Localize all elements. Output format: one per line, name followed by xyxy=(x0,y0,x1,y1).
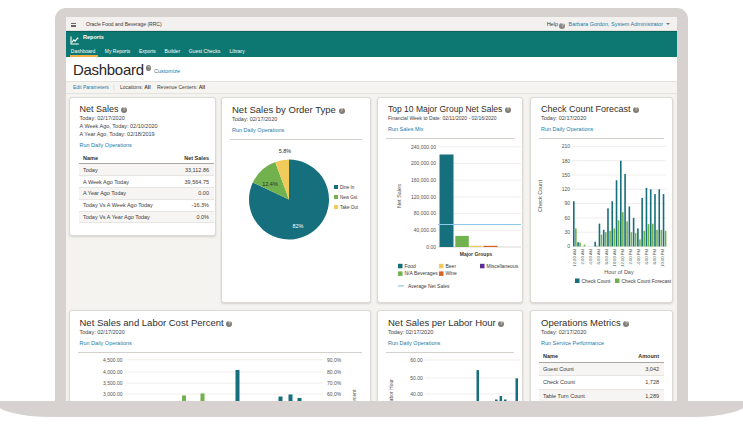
svg-text:Hour of Day: Hour of Day xyxy=(604,269,634,275)
svg-text:4:00 PM: 4:00 PM xyxy=(636,248,641,264)
svg-text:4,000.00: 4,000.00 xyxy=(103,368,123,374)
svg-text:60: 60 xyxy=(564,214,570,220)
svg-text:3,000.00: 3,000.00 xyxy=(103,390,123,396)
svg-text:Dine In: Dine In xyxy=(340,184,355,189)
svg-text:40,000.00: 40,000.00 xyxy=(414,227,436,233)
svg-text:10:00 AM: 10:00 AM xyxy=(612,248,617,266)
svg-text:12.4%: 12.4% xyxy=(262,181,278,187)
svg-text:120: 120 xyxy=(562,186,571,192)
svg-text:30: 30 xyxy=(564,229,570,235)
svg-text:90: 90 xyxy=(564,200,570,206)
svg-text:Check Count Forecast: Check Count Forecast xyxy=(622,277,672,283)
svg-text:0.00: 0.00 xyxy=(426,243,436,249)
svg-text:Beer: Beer xyxy=(446,262,457,268)
svg-text:60.00: 60.00 xyxy=(410,356,423,362)
svg-text:N/A Beverages: N/A Beverages xyxy=(405,270,439,276)
svg-text:3,500.00: 3,500.00 xyxy=(103,379,123,385)
svg-text:8:00 PM: 8:00 PM xyxy=(652,248,657,264)
svg-text:Wine: Wine xyxy=(446,270,458,276)
svg-text:New Gst: New Gst xyxy=(340,194,358,199)
svg-text:Major Groups: Major Groups xyxy=(460,250,493,256)
svg-text:6:00 AM: 6:00 AM xyxy=(596,248,601,264)
svg-text:Take Out: Take Out xyxy=(340,204,359,209)
svg-text:Net Sales per Labor Hour: Net Sales per Labor Hour xyxy=(388,378,394,401)
svg-text:5.8%: 5.8% xyxy=(279,148,292,154)
svg-text:120,000.00: 120,000.00 xyxy=(411,193,436,199)
svg-text:12:00 AM: 12:00 AM xyxy=(572,248,577,266)
svg-text:70.0%: 70.0% xyxy=(327,379,342,385)
svg-text:12:00 PM: 12:00 PM xyxy=(620,248,625,266)
svg-text:Labor Cost Percent: Labor Cost Percent xyxy=(351,388,357,401)
svg-text:240,000.00: 240,000.00 xyxy=(411,143,436,149)
svg-text:90.0%: 90.0% xyxy=(327,356,342,362)
svg-text:4,500.00: 4,500.00 xyxy=(103,356,123,362)
svg-text:6:00 PM: 6:00 PM xyxy=(644,248,649,264)
svg-text:2:00 AM: 2:00 AM xyxy=(580,248,585,264)
svg-text:160,000.00: 160,000.00 xyxy=(411,177,436,183)
svg-text:8:00 AM: 8:00 AM xyxy=(604,248,609,264)
svg-text:180: 180 xyxy=(562,157,571,163)
svg-text:2:00 PM: 2:00 PM xyxy=(628,248,633,264)
svg-text:0: 0 xyxy=(567,243,570,249)
svg-text:50.00: 50.00 xyxy=(410,374,423,380)
svg-text:82%: 82% xyxy=(292,223,303,229)
svg-text:80,000.00: 80,000.00 xyxy=(414,210,436,216)
svg-text:4:00 AM: 4:00 AM xyxy=(588,248,593,264)
svg-text:Food: Food xyxy=(405,262,417,268)
svg-text:210: 210 xyxy=(562,143,571,149)
svg-text:80.0%: 80.0% xyxy=(327,368,342,374)
svg-text:Net Sales: Net Sales xyxy=(396,183,402,207)
svg-text:40.00: 40.00 xyxy=(410,390,423,396)
svg-text:Miscellaneous: Miscellaneous xyxy=(487,262,519,268)
svg-text:Average Net Sales: Average Net Sales xyxy=(408,282,450,288)
svg-text:150: 150 xyxy=(562,171,571,177)
svg-text:200,000.00: 200,000.00 xyxy=(411,160,436,166)
svg-text:Check Count: Check Count xyxy=(582,277,612,283)
svg-text:60.0%: 60.0% xyxy=(327,390,342,396)
svg-text:10:00 PM: 10:00 PM xyxy=(660,248,665,266)
svg-text:Check Count: Check Count xyxy=(537,179,543,211)
